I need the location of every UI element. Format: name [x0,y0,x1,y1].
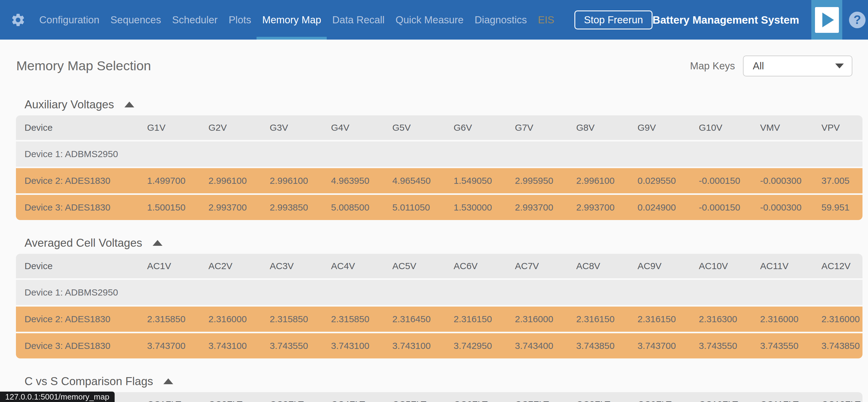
value-cell: 2.316000 [822,307,863,332]
table-row[interactable]: Device 2: ADES18302.3158502.3160002.3158… [16,307,863,332]
header-cell: AC9V [638,254,699,278]
memory-table: DeviceAC1VAC2VAC3VAC4VAC5VAC6VAC7VAC8VAC… [16,254,863,358]
section-title: Averaged Cell Voltages [25,237,142,250]
table-row[interactable]: Device 3: ADES18301.5001502.9937002.9938… [16,195,863,220]
header-cell: VMV [760,115,822,140]
value-cell: 3.743700 [638,333,699,358]
page-header: Memory Map Selection Map Keys All [0,39,868,92]
device-cell: Device 1: ADBMS2950 [16,280,147,305]
value-cell: -0.000150 [699,195,760,220]
value-cell: 2.316450 [392,307,454,332]
status-url: 127.0.0.1:5001/memory_map [0,392,115,402]
map-keys-label: Map Keys [690,60,735,72]
value-cell: -0.000300 [760,195,822,220]
header-cell: AC7V [515,254,576,278]
header-cell: AC4V [331,254,392,278]
collapse-arrow-icon[interactable] [153,240,162,246]
value-cell: 2.316150 [638,307,699,332]
freerun-play-button[interactable] [811,0,842,39]
settings-gear-icon[interactable] [10,12,26,28]
nav-tabs: ConfigurationSequencesSchedulerPlotsMemo… [34,0,560,39]
map-keys-control: Map Keys All [690,56,852,77]
map-keys-selected-value: All [744,60,764,72]
memory-table: DeviceCC1FLTCC2FLTCC3FLTCC4FLTCC5FLTCC6F… [16,392,863,402]
table-row[interactable]: Device 3: ADES18303.7437003.7431003.7435… [16,333,863,358]
help-icon[interactable]: ? [849,12,866,28]
header-cell: CC6FLT [454,392,515,402]
value-cell: 2.316150 [454,307,515,332]
value-cell: 4.965450 [392,168,454,193]
nav-tab-diagnostics[interactable]: Diagnostics [469,0,532,39]
value-cell: 2.995950 [515,168,576,193]
nav-tab-memory-map[interactable]: Memory Map [256,0,327,39]
header-cell: G7V [515,115,576,140]
value-cell: 0.024900 [638,195,699,220]
header-cell: VPV [822,115,863,140]
header-cell: G9V [638,115,699,140]
table-header-row: DeviceCC1FLTCC2FLTCC3FLTCC4FLTCC5FLTCC6F… [16,392,863,402]
collapse-arrow-icon[interactable] [124,102,134,107]
value-cell: 5.008500 [331,195,392,220]
value-cell: 3.743550 [760,333,822,358]
value-cell: 3.743550 [270,333,331,358]
value-cell: 2.316150 [576,307,638,332]
nav-tab-sequences[interactable]: Sequences [105,0,166,39]
table-row[interactable]: Device 1: ADBMS2950 [16,280,863,305]
header-cell: AC3V [270,254,331,278]
nav-tab-configuration[interactable]: Configuration [34,0,105,39]
value-cell: 1.549050 [454,168,515,193]
value-cell: 37.005 [822,168,863,193]
header-cell: G4V [331,115,392,140]
header-cell: CC10FLT [699,392,760,402]
value-cell: -0.000300 [760,168,822,193]
value-cell: 2.993700 [515,195,576,220]
device-cell: Device 3: ADES1830 [16,333,147,358]
memory-map-section: Auxiliary Voltages DeviceG1VG2VG3VG4VG5V… [0,96,868,220]
header-cell: AC10V [699,254,760,278]
value-cell: 3.743100 [209,333,270,358]
value-cell: 2.316000 [515,307,576,332]
memory-map-section: C vs S Comparison Flags DeviceCC1FLTCC2F… [0,373,868,402]
table-row[interactable]: Device 2: ADES18301.4997002.9961002.9961… [16,168,863,193]
header-cell: G5V [392,115,454,140]
header-cell: G10V [699,115,760,140]
nav-tab-plots[interactable]: Plots [223,0,256,39]
stop-freerun-button[interactable]: Stop Freerun [575,10,653,29]
nav-tab-data-recall[interactable]: Data Recall [327,0,390,39]
device-cell: Device 2: ADES1830 [16,307,147,332]
device-cell: Device 1: ADBMS2950 [16,141,147,167]
value-cell: 2.315850 [331,307,392,332]
table-header-row: DeviceAC1VAC2VAC3VAC4VAC5VAC6VAC7VAC8VAC… [16,254,863,278]
value-cell: 2.993850 [270,195,331,220]
top-navbar: ConfigurationSequencesSchedulerPlotsMemo… [0,0,868,39]
table-row[interactable]: Device 1: ADBMS2950 [16,141,863,167]
value-cell: 3.743550 [699,333,760,358]
value-cell: 3.743100 [392,333,454,358]
value-cell: 1.530000 [454,195,515,220]
value-cell: 2.996100 [209,168,270,193]
app-title: Battery Management System [653,14,799,26]
page-title: Memory Map Selection [16,58,151,73]
table-header-row: DeviceG1VG2VG3VG4VG5VG6VG7VG8VG9VG10VVMV… [16,115,863,140]
header-cell: Device [16,115,147,140]
chevron-down-icon [835,63,844,68]
header-cell: G2V [209,115,270,140]
map-keys-select[interactable]: All [743,56,852,77]
header-cell: G3V [270,115,331,140]
header-cell: Device [16,254,147,278]
header-cell: CC8FLT [576,392,638,402]
value-cell: 3.743700 [147,333,209,358]
value-cell: 2.316000 [209,307,270,332]
value-cell: 2.993700 [576,195,638,220]
header-cell: AC11V [760,254,822,278]
nav-tab-scheduler[interactable]: Scheduler [166,0,223,39]
value-cell: 2.996100 [270,168,331,193]
collapse-arrow-icon[interactable] [163,378,173,384]
play-icon [815,7,839,33]
header-cell: AC1V [147,254,209,278]
header-cell: CC9FLT [638,392,699,402]
nav-tab-eis[interactable]: EIS [532,0,560,39]
memory-map-section: Averaged Cell Voltages DeviceAC1VAC2VAC3… [0,235,868,358]
value-cell: 2.315850 [147,307,209,332]
nav-tab-quick-measure[interactable]: Quick Measure [390,0,469,39]
